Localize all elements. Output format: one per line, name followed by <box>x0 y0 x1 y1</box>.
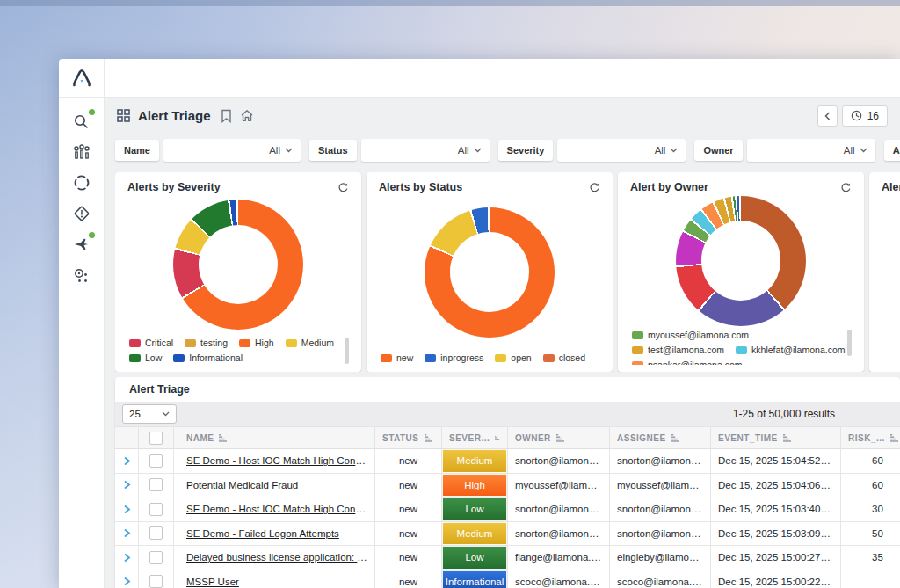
alert-name-link[interactable]: Delayed business license application: Fi… <box>186 552 367 563</box>
row-checkbox[interactable] <box>149 478 163 491</box>
legend-swatch <box>495 354 506 362</box>
chart-title: Alert by Owner <box>630 181 708 193</box>
chart-title: Alerts by Status <box>379 181 462 193</box>
alert-name-link[interactable]: MSSP User <box>186 577 239 587</box>
legend-item[interactable]: Medium <box>286 338 334 348</box>
row-checkbox-cell <box>139 497 174 522</box>
sidebar-item-search[interactable] <box>70 112 93 131</box>
dashboard-grid-icon[interactable] <box>117 109 130 122</box>
expand-row-button[interactable] <box>115 474 139 498</box>
app-logo[interactable] <box>59 59 105 97</box>
row-checkbox[interactable] <box>149 575 163 588</box>
bookmark-icon[interactable] <box>221 109 232 123</box>
filter-name-select[interactable]: All <box>163 139 301 162</box>
expand-row-button[interactable] <box>115 546 139 570</box>
legend-item[interactable]: testing <box>185 338 228 348</box>
risk-cell: 60 <box>841 449 900 474</box>
sort-icon <box>671 434 680 442</box>
column-header-event_time[interactable]: EVENT_TIME <box>711 427 841 449</box>
sidebar-item-alerts[interactable] <box>70 204 93 223</box>
refresh-chart-button[interactable] <box>338 182 349 193</box>
column-header-risk_[interactable]: RISK_... <box>841 427 900 449</box>
chart-legend: newinprogressopenclosed <box>379 351 600 365</box>
legend-item[interactable]: myoussef@ilamona.com <box>632 330 749 340</box>
column-header-sever[interactable]: SEVER... <box>442 427 508 449</box>
legend-item[interactable]: new <box>381 352 413 363</box>
legend-item[interactable]: kkhlefat@ilamona.com <box>736 345 845 355</box>
select-all-checkbox[interactable] <box>149 432 163 445</box>
expand-row-button[interactable] <box>115 497 139 522</box>
home-icon[interactable] <box>240 109 254 122</box>
column-header-status[interactable]: STATUS <box>375 427 442 449</box>
alert-diamond-icon <box>73 205 91 222</box>
filter-label: Name <box>115 140 159 161</box>
column-header-owner[interactable]: OWNER <box>508 427 610 449</box>
assignee-cell: myoussef@ilamona.c... <box>610 474 711 498</box>
severity-badge: Low <box>442 546 507 570</box>
refresh-timer-button[interactable]: 16 <box>842 105 888 127</box>
chart-card: Alert by Owner myoussef@ilamona.comtest@… <box>618 172 864 372</box>
sidebar-item-settings[interactable] <box>70 265 93 285</box>
analytics-icon <box>73 144 91 161</box>
table-row: SE Demo - Failed Logon Attempts new Medi… <box>115 522 900 547</box>
row-checkbox[interactable] <box>149 526 163 540</box>
alert-name-link[interactable]: SE Demo - Failed Logon Attempts <box>186 528 339 539</box>
sidebar-item-attack-flow[interactable] <box>70 235 93 254</box>
refresh-chart-button[interactable] <box>840 182 852 193</box>
column-header-assignee[interactable]: ASSIGNEE <box>610 427 711 449</box>
expand-row-icon <box>123 577 131 586</box>
legend-item[interactable]: High <box>239 338 274 348</box>
refresh-chart-button[interactable] <box>589 182 600 193</box>
row-checkbox[interactable] <box>149 551 163 564</box>
expand-row-icon <box>123 528 131 538</box>
alert-name-link[interactable]: Potential Medicaid Fraud <box>186 480 298 490</box>
filter-status-select[interactable]: All <box>361 139 490 162</box>
chart-card: Alerts by Status newinprogressopenclosed <box>367 172 613 372</box>
legend-item[interactable]: open <box>495 352 531 363</box>
expand-row-button[interactable] <box>115 570 139 588</box>
column-header-name[interactable]: NAME <box>174 427 375 449</box>
filter-owner-select[interactable]: All <box>747 139 875 162</box>
donut-chart[interactable] <box>173 200 303 330</box>
severity-badge: High <box>442 474 507 497</box>
donut-chart[interactable] <box>676 196 806 326</box>
severity-cell: Medium <box>442 522 508 547</box>
legend-item[interactable]: psankar@ilamona.com <box>632 359 743 365</box>
chart-title: Alerts by Severity <box>127 181 221 193</box>
assignee-cell: snorton@ilamona.com <box>610 522 711 547</box>
severity-badge: Low <box>442 497 507 521</box>
legend-item[interactable]: closed <box>543 352 585 363</box>
page-size-select[interactable]: 25 <box>122 404 177 424</box>
filter-severity-select[interactable]: All <box>557 139 686 162</box>
table-row: SE Demo - Host IOC Match High Conf - Med… <box>115 449 900 474</box>
sidebar-item-analytics[interactable] <box>70 142 93 162</box>
table-row: SE Demo - Host IOC Match High Conf - Low… <box>115 497 900 522</box>
alert-name-link[interactable]: SE Demo - Host IOC Match High Conf - Med… <box>186 455 367 466</box>
refresh-icon <box>840 182 852 193</box>
legend-item[interactable]: Critical <box>129 338 173 348</box>
legend-item[interactable]: Low <box>129 352 162 363</box>
collapse-panel-button[interactable] <box>817 105 838 127</box>
alert-name-cell: SE Demo - Host IOC Match High Conf - Med… <box>174 449 375 474</box>
legend-item[interactable]: Informational <box>173 352 243 363</box>
row-checkbox-cell <box>139 474 174 498</box>
sort-icon <box>495 434 500 442</box>
expand-row-button[interactable] <box>115 449 139 474</box>
row-checkbox-cell <box>139 522 174 547</box>
legend-scrollbar[interactable] <box>847 330 852 356</box>
status-cell: new <box>375 497 442 522</box>
assignee-cell: scoco@ilamona.com <box>610 570 711 588</box>
legend-scrollbar[interactable] <box>345 338 349 364</box>
sort-icon <box>783 434 792 442</box>
page-title: Alert Triage <box>138 108 211 123</box>
legend-item[interactable]: test@ilamona.com <box>632 345 724 355</box>
legend-item[interactable]: inprogress <box>425 352 483 363</box>
row-checkbox[interactable] <box>149 454 163 468</box>
alert-name-link[interactable]: SE Demo - Host IOC Match High Conf - Low… <box>186 504 367 514</box>
sidebar-item-intel-segments[interactable] <box>70 173 93 192</box>
expand-row-button[interactable] <box>115 522 139 547</box>
donut-chart[interactable] <box>425 207 555 338</box>
owner-cell: snorton@ilamona.com <box>508 522 610 547</box>
legend-swatch <box>129 339 141 347</box>
row-checkbox[interactable] <box>149 503 163 516</box>
